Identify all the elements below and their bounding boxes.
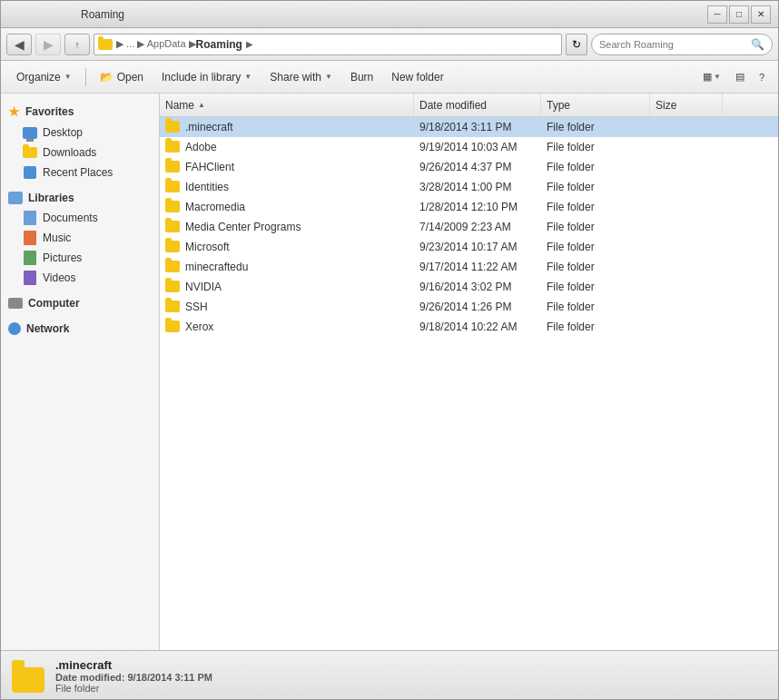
refresh-button[interactable]: ↻	[566, 34, 587, 55]
view-dropdown-arrow: ▼	[714, 73, 721, 81]
folder-icon	[165, 141, 180, 153]
table-row[interactable]: SSH 9/26/2014 1:26 PM File folder	[160, 297, 778, 317]
include-dropdown-arrow: ▼	[244, 73, 251, 81]
sidebar: ★ Favorites Desktop Downloads Recent Pl	[1, 94, 160, 650]
forward-button[interactable]: ▶	[35, 34, 61, 55]
toolbar-separator-1	[85, 68, 86, 86]
view-controls: ▦ ▼ ▤ ?	[696, 65, 771, 89]
open-button[interactable]: 📂 Open	[92, 64, 152, 90]
sort-arrow: ▲	[198, 101, 205, 109]
folder-icon	[165, 320, 180, 332]
file-name: .minecraft	[185, 121, 233, 133]
search-input[interactable]	[599, 39, 747, 50]
network-header[interactable]: Network	[1, 319, 159, 339]
recent-places-label: Recent Places	[43, 166, 113, 179]
help-icon: ?	[759, 72, 764, 83]
file-size	[650, 277, 723, 296]
file-date: 9/17/2014 11:22 AM	[414, 257, 541, 276]
address-bar: ◀ ▶ ↑ ▶ ... ▶ AppData ▶ Roaming ▶ ↻ 🔍	[1, 28, 778, 61]
burn-button[interactable]: Burn	[342, 64, 381, 90]
title-bar-title: Roaming	[81, 8, 124, 21]
libraries-header[interactable]: Libraries	[1, 188, 159, 208]
file-date: 9/16/2014 3:02 PM	[414, 277, 541, 296]
col-size-header[interactable]: Size	[650, 94, 723, 116]
table-row[interactable]: Microsoft 9/23/2014 10:17 AM File folder	[160, 237, 778, 257]
sidebar-item-videos[interactable]: Videos	[1, 268, 159, 288]
table-row[interactable]: FAHClient 9/26/2014 4:37 PM File folder	[160, 157, 778, 177]
recent-places-icon	[23, 165, 37, 180]
table-row[interactable]: Xerox 9/18/2014 10:22 AM File folder	[160, 317, 778, 337]
favorites-section: ★ Favorites Desktop Downloads Recent Pl	[1, 101, 159, 182]
file-type: File folder	[541, 157, 650, 176]
sidebar-item-pictures[interactable]: Pictures	[1, 248, 159, 268]
favorites-header[interactable]: ★ Favorites	[1, 101, 159, 123]
libraries-section: Libraries Documents Music Pictures	[1, 188, 159, 288]
videos-icon	[23, 271, 37, 285]
close-button[interactable]: ✕	[751, 5, 771, 24]
status-type: File folder	[55, 683, 212, 694]
new-folder-button[interactable]: New folder	[383, 64, 451, 90]
music-icon	[23, 231, 37, 245]
search-box[interactable]: 🔍	[591, 34, 773, 55]
table-row[interactable]: Adobe 9/19/2014 10:03 AM File folder	[160, 137, 778, 157]
organize-button[interactable]: Organize ▼	[8, 64, 80, 90]
file-area: Name ▲ Date modified Type Size .minecraf…	[160, 94, 778, 650]
sidebar-item-downloads[interactable]: Downloads	[1, 143, 159, 163]
file-type: File folder	[541, 237, 650, 256]
view-mode-button[interactable]: ▦ ▼	[696, 65, 727, 89]
table-row[interactable]: .minecraft 9/18/2014 3:11 PM File folder	[160, 117, 778, 137]
file-size	[650, 137, 723, 156]
computer-section: Computer	[1, 293, 159, 313]
file-date: 9/18/2014 10:22 AM	[414, 317, 541, 336]
folder-icon	[165, 221, 180, 232]
preview-pane-button[interactable]: ▤	[729, 65, 751, 89]
table-row[interactable]: Media Center Programs 7/14/2009 2:23 AM …	[160, 217, 778, 237]
file-date: 9/18/2014 3:11 PM	[414, 117, 541, 136]
documents-icon	[23, 211, 37, 225]
include-in-library-button[interactable]: Include in library ▼	[153, 64, 260, 90]
folder-icon	[165, 161, 180, 173]
status-date-value: 9/18/2014 3:11 PM	[127, 672, 212, 683]
table-row[interactable]: NVIDIA 9/16/2014 3:02 PM File folder	[160, 277, 778, 297]
col-date-header[interactable]: Date modified	[414, 94, 541, 116]
sidebar-item-recent-places[interactable]: Recent Places	[1, 163, 159, 182]
table-row[interactable]: Macromedia 1/28/2014 12:10 PM File folde…	[160, 197, 778, 217]
status-date: Date modified: 9/18/2014 3:11 PM	[55, 672, 212, 683]
path-folder-icon	[98, 39, 113, 50]
sidebar-item-desktop[interactable]: Desktop	[1, 123, 159, 143]
up-button[interactable]: ↑	[64, 34, 90, 55]
status-folder-body	[12, 667, 44, 693]
desktop-label: Desktop	[43, 126, 83, 139]
file-type: File folder	[541, 317, 650, 336]
computer-header[interactable]: Computer	[1, 293, 159, 313]
file-name: Macromedia	[185, 201, 245, 213]
sidebar-item-music[interactable]: Music	[1, 228, 159, 248]
sidebar-item-documents[interactable]: Documents	[1, 208, 159, 228]
file-name: FAHClient	[185, 161, 234, 173]
file-size	[650, 237, 723, 256]
file-name: Identities	[185, 181, 229, 193]
maximize-button[interactable]: □	[729, 5, 749, 24]
videos-label: Videos	[43, 271, 75, 284]
file-date: 9/26/2014 1:26 PM	[414, 297, 541, 316]
toolbar: Organize ▼ 📂 Open Include in library ▼ S…	[1, 61, 778, 94]
col-name-header[interactable]: Name ▲	[160, 94, 414, 116]
network-icon	[8, 322, 21, 335]
table-row[interactable]: Identities 3/28/2014 1:00 PM File folder	[160, 177, 778, 197]
folder-icon	[165, 121, 180, 133]
file-size	[650, 157, 723, 176]
file-type: File folder	[541, 137, 650, 156]
address-path[interactable]: ▶ ... ▶ AppData ▶ Roaming ▶	[94, 34, 562, 55]
help-button[interactable]: ?	[753, 65, 771, 89]
col-type-header[interactable]: Type	[541, 94, 650, 116]
back-button[interactable]: ◀	[6, 34, 32, 55]
network-section: Network	[1, 319, 159, 339]
share-with-button[interactable]: Share with ▼	[261, 64, 340, 90]
table-row[interactable]: minecraftedu 9/17/2014 11:22 AM File fol…	[160, 257, 778, 277]
favorites-label: Favorites	[25, 105, 74, 118]
music-label: Music	[43, 232, 71, 244]
minimize-button[interactable]: ─	[707, 5, 727, 24]
status-info: .minecraft Date modified: 9/18/2014 3:11…	[55, 658, 212, 694]
file-type: File folder	[541, 197, 650, 216]
file-size	[650, 257, 723, 276]
